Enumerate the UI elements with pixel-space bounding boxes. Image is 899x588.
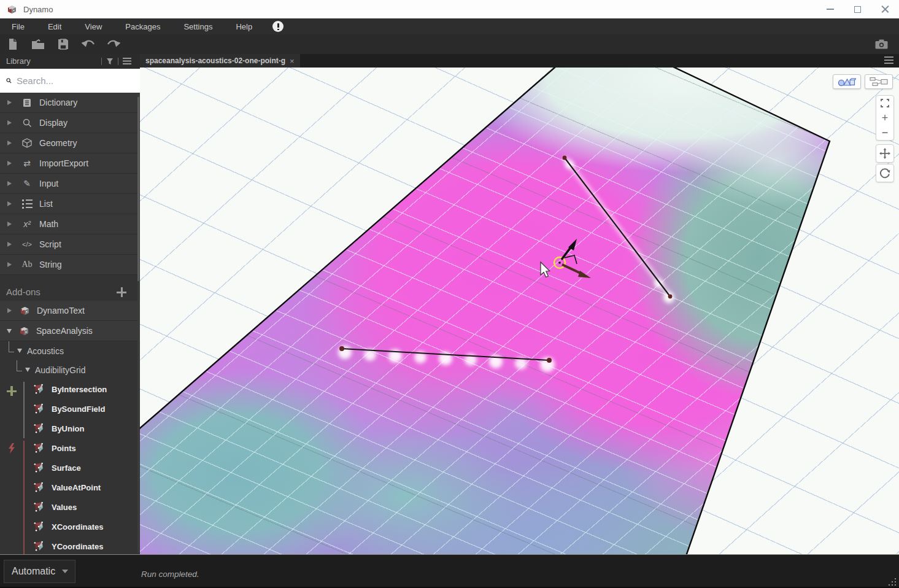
category-label: String xyxy=(39,260,62,269)
node-label: Points xyxy=(52,444,76,453)
category-label: List xyxy=(39,199,53,209)
redo-button[interactable] xyxy=(101,34,126,54)
run-mode-dropdown[interactable]: Automatic xyxy=(4,560,75,583)
menu-bar: File Edit View Packages Settings Help xyxy=(0,18,899,34)
collapse-arrow-icon xyxy=(17,349,22,353)
menu-help[interactable]: Help xyxy=(224,18,264,34)
node-icon xyxy=(33,423,44,434)
search-input[interactable] xyxy=(15,75,140,87)
library-title: Library xyxy=(6,56,101,66)
orbit-button[interactable] xyxy=(876,164,894,182)
graph-view-toggle[interactable] xyxy=(865,74,893,89)
node-icon xyxy=(33,501,44,513)
chevron-down-icon xyxy=(62,570,68,573)
code-icon: </> xyxy=(22,241,32,248)
expand-arrow-icon xyxy=(7,242,12,247)
library-category-input[interactable]: ✎ Input xyxy=(0,174,140,194)
minimize-button[interactable] xyxy=(816,0,844,18)
package-spaceanalysis[interactable]: SpaceAnalysis xyxy=(0,321,140,341)
collapse-arrow-icon xyxy=(25,368,30,372)
library-category-importexport[interactable]: ⇄ ImportExport xyxy=(0,153,140,174)
tab-close-button[interactable]: × xyxy=(290,56,295,66)
close-icon xyxy=(881,6,889,14)
workspace-tab[interactable]: spaceanalysis-acoustics-02-one-point-g × xyxy=(140,54,300,68)
toolbar xyxy=(0,34,899,54)
view-navigation: + − xyxy=(876,95,894,182)
node-ycoordinates[interactable]: YCoordinates xyxy=(0,536,140,554)
node-label: ByIntersection xyxy=(52,385,107,394)
group-label: Acoustics xyxy=(27,346,64,356)
library-category-dictionary[interactable]: Dictionary xyxy=(0,93,140,113)
save-icon xyxy=(58,39,69,50)
menu-file[interactable]: File xyxy=(0,18,36,34)
group-acoustics[interactable]: Acoustics xyxy=(0,341,140,360)
book-icon xyxy=(23,98,31,107)
node-points[interactable]: Points xyxy=(0,438,140,458)
package-icon xyxy=(19,326,29,336)
node-graph-icon xyxy=(870,77,888,87)
menu-view[interactable]: View xyxy=(73,18,114,34)
node-valueatpoint[interactable]: ValueAtPoint xyxy=(0,478,140,497)
library-panel: Library Dictionary Display Geo xyxy=(0,54,140,554)
window-title: Dynamo xyxy=(23,5,53,14)
zoom-fit-button[interactable] xyxy=(876,96,893,110)
notifications-icon[interactable] xyxy=(272,21,284,32)
node-icon xyxy=(33,541,44,552)
run-status-message: Run completed. xyxy=(141,570,199,579)
background-3d-preview[interactable]: + − xyxy=(140,68,899,554)
list-icon xyxy=(22,199,33,209)
node-values[interactable]: Values xyxy=(0,497,140,517)
library-category-script[interactable]: </> Script xyxy=(0,234,140,255)
lightning-bolt-icon xyxy=(8,443,15,454)
node-byintersection[interactable]: ByIntersection xyxy=(0,379,140,399)
pan-button[interactable] xyxy=(876,144,894,163)
new-file-button[interactable] xyxy=(0,34,25,54)
undo-button[interactable] xyxy=(75,34,101,54)
node-byunion[interactable]: ByUnion xyxy=(0,419,140,438)
workspace-menu-icon[interactable] xyxy=(884,56,893,64)
library-category-geometry[interactable]: Geometry xyxy=(0,133,140,153)
node-surface[interactable]: Surface xyxy=(0,458,140,478)
library-category-string[interactable]: Ab String xyxy=(0,255,140,275)
collapse-arrow-icon xyxy=(7,329,12,333)
swap-arrows-icon: ⇄ xyxy=(23,158,31,168)
menu-packages[interactable]: Packages xyxy=(114,18,172,34)
node-bysoundfield[interactable]: BySoundField xyxy=(0,399,140,419)
export-workspace-image-button[interactable] xyxy=(871,34,892,54)
save-button[interactable] xyxy=(50,34,75,54)
node-label: Surface xyxy=(52,463,81,473)
run-mode-value: Automatic xyxy=(12,566,62,577)
menu-edit[interactable]: Edit xyxy=(36,18,73,34)
addons-title: Add-ons xyxy=(6,287,117,297)
close-button[interactable] xyxy=(871,0,899,18)
filter-icon[interactable] xyxy=(106,58,114,65)
menu-settings[interactable]: Settings xyxy=(172,18,224,34)
group-audibilitygrid[interactable]: AudibilityGrid xyxy=(0,360,140,379)
zoom-in-button[interactable]: + xyxy=(876,110,893,125)
expand-arrow-icon xyxy=(7,308,12,313)
maximize-button[interactable] xyxy=(844,0,871,18)
package-icon xyxy=(20,306,30,316)
node-label: ValueAtPoint xyxy=(52,483,101,492)
expand-arrow-icon xyxy=(7,181,12,186)
tree-connector xyxy=(9,341,14,352)
fit-to-screen-icon xyxy=(881,99,889,107)
geometry-preview-toggle[interactable] xyxy=(833,74,861,89)
library-scrollbar-thumb[interactable] xyxy=(137,97,139,281)
zoom-out-button[interactable]: − xyxy=(876,125,893,140)
library-category-display[interactable]: Display xyxy=(0,113,140,133)
add-package-icon[interactable] xyxy=(117,287,126,297)
library-menu-icon[interactable] xyxy=(123,58,131,64)
camera-icon xyxy=(875,39,888,49)
Ab-icon: Ab xyxy=(21,260,32,269)
library-category-list[interactable]: List xyxy=(0,194,140,214)
resize-grip[interactable] xyxy=(887,577,896,586)
workspace-tab-bar: spaceanalysis-acoustics-02-one-point-g × xyxy=(140,54,899,68)
open-file-button[interactable] xyxy=(25,34,50,54)
library-category-math[interactable]: x² Math xyxy=(0,214,140,234)
node-xcoordinates[interactable]: XCoordinates xyxy=(0,517,140,536)
search-icon xyxy=(6,76,12,85)
pencil-icon: ✎ xyxy=(23,179,31,188)
group-label: AudibilityGrid xyxy=(35,365,85,375)
package-dynamotext[interactable]: DynamoText xyxy=(0,301,140,321)
